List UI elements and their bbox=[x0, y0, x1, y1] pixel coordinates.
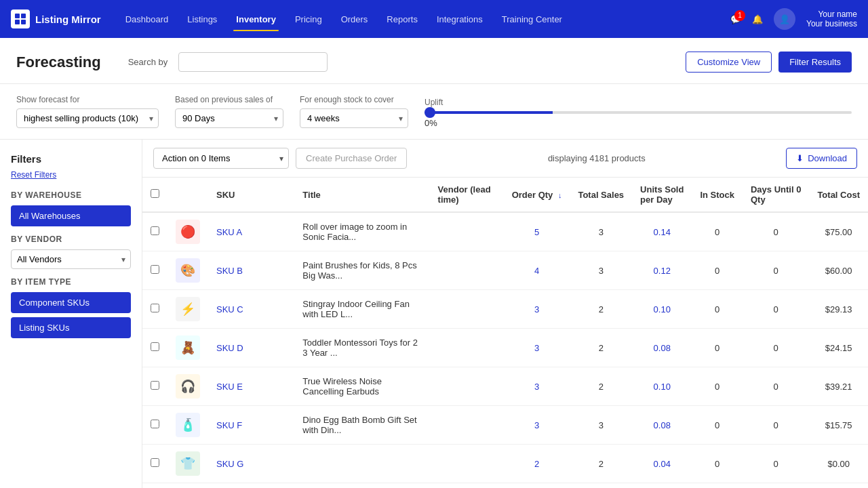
sku-link[interactable]: SKU G bbox=[216, 459, 243, 469]
row-img-cell: ⚡ bbox=[167, 290, 208, 329]
nav-inventory[interactable]: Inventory bbox=[228, 9, 284, 30]
vendor-select[interactable]: All Vendors bbox=[11, 249, 131, 269]
units-per-day-link[interactable]: 0.10 bbox=[654, 304, 671, 314]
row-checkbox-5[interactable] bbox=[151, 420, 159, 428]
previous-sales-filter-group: Based on previous sales of 30 Days 60 Da… bbox=[175, 95, 283, 128]
nav-integrations[interactable]: Integrations bbox=[429, 9, 491, 30]
action-select[interactable]: Action on 0 Items bbox=[153, 148, 289, 169]
order-qty-link[interactable]: 3 bbox=[534, 420, 539, 430]
forecast-filter-group: Show forecast for highest selling produc… bbox=[16, 95, 159, 128]
previous-sales-select[interactable]: 30 Days 60 Days 90 Days 180 Days bbox=[175, 108, 283, 128]
nav-pricing[interactable]: Pricing bbox=[287, 9, 330, 30]
units-per-day-link[interactable]: 0.08 bbox=[654, 420, 671, 430]
row-checkbox-0[interactable] bbox=[151, 226, 159, 235]
row-img-cell: 👟 bbox=[167, 483, 208, 489]
row-checkbox-2[interactable] bbox=[151, 304, 159, 312]
row-sku-cell: SKU G bbox=[208, 445, 294, 483]
units-per-day-link[interactable]: 0.12 bbox=[654, 266, 671, 276]
row-title-cell: Mens Basketball Shoes Breathable Sn... bbox=[294, 483, 429, 489]
nav-dashboard[interactable]: Dashboard bbox=[117, 9, 177, 30]
units-per-day-link[interactable]: 0.08 bbox=[654, 343, 671, 353]
user-avatar[interactable]: 👤 bbox=[774, 8, 795, 30]
row-checkbox-6[interactable] bbox=[151, 458, 159, 467]
units-per-day-link[interactable]: 0.10 bbox=[654, 382, 671, 392]
user-info: Your name Your business bbox=[806, 9, 857, 28]
row-in-stock-cell: 0 bbox=[692, 445, 743, 483]
units-per-day-link[interactable]: 0.14 bbox=[654, 227, 671, 237]
order-qty-link[interactable]: 3 bbox=[534, 343, 539, 353]
download-button[interactable]: ⬇ Download bbox=[786, 148, 857, 169]
main-layout: Filters Reset Filters By warehouse All W… bbox=[0, 140, 868, 488]
row-units-per-day-cell: 0.10 bbox=[632, 290, 692, 329]
svg-rect-0 bbox=[15, 14, 20, 18]
sku-link[interactable]: SKU E bbox=[216, 382, 243, 392]
order-qty-link[interactable]: 4 bbox=[534, 266, 539, 276]
row-total-sales-cell: 2 bbox=[570, 367, 632, 406]
nav-reports[interactable]: Reports bbox=[378, 9, 426, 30]
stock-cover-select-wrapper: 1 week 2 weeks 4 weeks 8 weeks bbox=[300, 108, 408, 128]
table-row: ⚡ SKU C Stingray Indoor Ceiling Fan with… bbox=[142, 290, 868, 329]
create-po-button[interactable]: Create Purchase Order bbox=[296, 148, 407, 169]
row-checkbox-cell bbox=[142, 367, 167, 406]
table-row: 🔴 SKU A Roll over image to zoom in Sonic… bbox=[142, 212, 868, 251]
row-sku-cell: SKU F bbox=[208, 406, 294, 445]
nav-orders[interactable]: Orders bbox=[333, 9, 376, 30]
row-total-sales-cell: 2 bbox=[570, 445, 632, 483]
header-days-until-zero: Days Until 0Qty bbox=[743, 178, 809, 212]
units-per-day-link[interactable]: 0.04 bbox=[654, 459, 671, 469]
sku-link[interactable]: SKU A bbox=[216, 227, 242, 237]
item-type-section-title: By item type bbox=[11, 277, 131, 287]
nav-links: Dashboard Listings Inventory Pricing Ord… bbox=[117, 9, 730, 30]
order-qty-link[interactable]: 3 bbox=[534, 382, 539, 392]
forecast-select-wrapper: highest selling products (10k) all produ… bbox=[16, 108, 159, 128]
sku-link[interactable]: SKU F bbox=[216, 420, 242, 430]
row-in-stock-cell: 0 bbox=[692, 329, 743, 367]
stock-cover-label: For enough stock to cover bbox=[300, 95, 408, 104]
header-total-cost: Total Cost bbox=[809, 178, 868, 212]
product-image: 👕 bbox=[176, 451, 200, 476]
navbar: Listing Mirror Dashboard Listings Invent… bbox=[0, 0, 868, 38]
row-order-qty-cell: 3 bbox=[504, 290, 570, 329]
listing-skus-button[interactable]: Listing SKUs bbox=[11, 317, 131, 338]
sku-link[interactable]: SKU D bbox=[216, 343, 243, 353]
select-all-checkbox[interactable] bbox=[151, 189, 159, 198]
row-vendor-cell: Shenzhe... (14) bbox=[430, 483, 504, 489]
nav-training-center[interactable]: Training Center bbox=[494, 9, 570, 30]
table-row: 👕 SKU G 2 2 0.04 0 0 $0.00 bbox=[142, 445, 868, 483]
row-vendor-cell bbox=[430, 329, 504, 367]
sku-link[interactable]: SKU C bbox=[216, 304, 243, 314]
row-in-stock-cell: 0 bbox=[692, 483, 743, 489]
row-checkbox-4[interactable] bbox=[151, 381, 159, 390]
logo-icon bbox=[11, 9, 30, 28]
logo-text: Listing Mirror bbox=[35, 14, 101, 25]
search-input[interactable] bbox=[178, 52, 328, 72]
customize-view-button[interactable]: Customize View bbox=[686, 52, 772, 73]
uplift-slider[interactable] bbox=[425, 111, 852, 114]
header-right: Customize View Filter Results bbox=[686, 52, 852, 73]
row-img-cell: 🎧 bbox=[167, 367, 208, 406]
sku-link[interactable]: SKU B bbox=[216, 266, 243, 276]
row-title-cell: Toddler Montessori Toys for 2 3 Year ... bbox=[294, 329, 429, 367]
row-in-stock-cell: 0 bbox=[692, 367, 743, 406]
row-checkbox-3[interactable] bbox=[151, 342, 159, 351]
component-skus-button[interactable]: Component SKUs bbox=[11, 292, 131, 313]
all-warehouses-button[interactable]: All Warehouses bbox=[11, 205, 131, 226]
product-image: ⚡ bbox=[176, 297, 200, 321]
forecast-select[interactable]: highest selling products (10k) all produ… bbox=[16, 108, 159, 128]
header-order-qty[interactable]: Order Qty ↓ bbox=[504, 178, 570, 212]
row-in-stock-cell: 0 bbox=[692, 290, 743, 329]
reset-filters-link[interactable]: Reset Filters bbox=[11, 170, 131, 180]
nav-listings[interactable]: Listings bbox=[179, 9, 225, 30]
forecast-label: Show forecast for bbox=[16, 95, 159, 104]
row-total-sales-cell: 2 bbox=[570, 329, 632, 367]
filter-results-button[interactable]: Filter Results bbox=[778, 52, 852, 73]
logo[interactable]: Listing Mirror bbox=[11, 9, 101, 28]
stock-cover-select[interactable]: 1 week 2 weeks 4 weeks 8 weeks bbox=[300, 108, 408, 128]
message-icon-btn[interactable]: 💬 1 bbox=[730, 14, 741, 24]
bell-icon-btn[interactable]: 🔔 bbox=[752, 14, 763, 24]
row-checkbox-1[interactable] bbox=[151, 265, 159, 274]
row-vendor-cell bbox=[430, 290, 504, 329]
order-qty-link[interactable]: 2 bbox=[534, 459, 539, 469]
order-qty-link[interactable]: 3 bbox=[534, 304, 539, 314]
order-qty-link[interactable]: 5 bbox=[534, 227, 539, 237]
